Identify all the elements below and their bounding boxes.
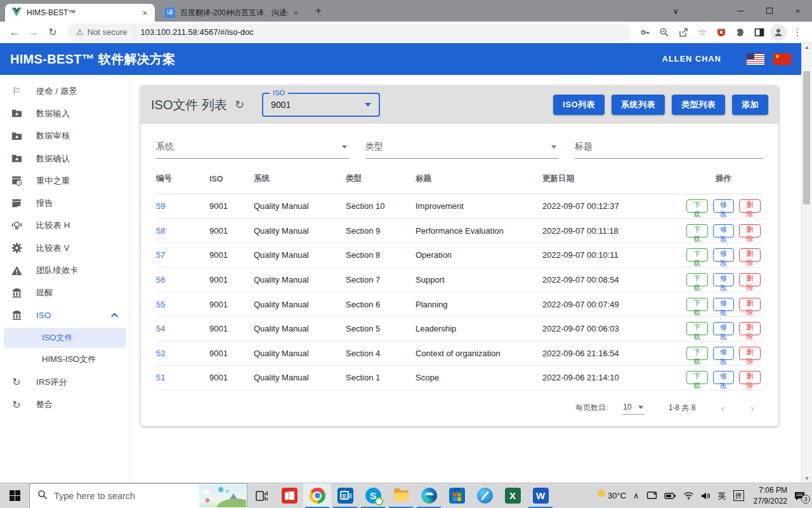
tab-search-icon[interactable]: ∨ <box>663 0 688 22</box>
sidebar-item-iso[interactable]: ISO <box>0 304 129 326</box>
iso-list-button[interactable]: ISO列表 <box>553 95 605 115</box>
close-button[interactable]: × <box>783 0 812 22</box>
url-text[interactable]: 103.100.211.58:4567/#/iso-doc <box>141 27 254 37</box>
security-label[interactable]: Not secure <box>88 27 128 37</box>
iso-select[interactable]: ISO 9001 <box>262 93 380 117</box>
sidebar-item-compare-h[interactable]: 比较表 H <box>0 215 129 237</box>
address-bar[interactable]: ⚠ Not secure 103.100.211.58:4567/#/iso-d… <box>67 23 631 41</box>
taskbar-app-skype[interactable]: S <box>359 483 387 508</box>
delete-button[interactable]: 删除 <box>739 273 761 286</box>
edit-button[interactable]: 修改 <box>713 199 735 213</box>
next-page-icon[interactable]: › <box>750 401 754 415</box>
sidebar-item-team-scorecard[interactable]: 团队绩效卡 <box>0 259 129 281</box>
row-id-link[interactable]: 51 <box>156 373 209 382</box>
tray-clock[interactable]: 7:06 PM 27/9/2022 <box>754 485 787 505</box>
delete-button[interactable]: 删除 <box>739 298 761 311</box>
row-id-link[interactable]: 57 <box>156 250 209 260</box>
sidebar-item-irs-score[interactable]: ↻ IRS评分 <box>0 371 129 393</box>
browser-tab-active[interactable]: HIMS-BEST™ × <box>5 4 155 22</box>
delete-button[interactable]: 删除 <box>739 322 761 335</box>
row-id-link[interactable]: 55 <box>156 300 209 309</box>
new-tab-button[interactable]: + <box>310 2 327 20</box>
us-flag-icon[interactable] <box>747 53 764 65</box>
sidebar-item-reminder[interactable]: 提醒 <box>0 282 129 304</box>
sidebar-item-data-input[interactable]: 数据输入 <box>0 102 129 124</box>
minimize-button[interactable] <box>726 0 755 22</box>
side-panel-icon[interactable] <box>750 23 769 42</box>
row-id-link[interactable]: 56 <box>156 275 209 284</box>
sidebar-item-mission[interactable]: ⚐ 使命 / 愿景 <box>0 80 129 102</box>
add-button[interactable]: 添加 <box>732 95 768 115</box>
scrollbar-thumb[interactable] <box>803 71 810 204</box>
delete-button[interactable]: 删除 <box>739 347 761 360</box>
sidebar-item-integration[interactable]: ↻ 整合 <box>0 394 129 416</box>
taskbar-app-excel[interactable]: X <box>499 483 527 508</box>
tray-expand-icon[interactable]: ∧ <box>633 491 639 500</box>
taskbar-search-box[interactable]: Type here to search <box>29 483 247 508</box>
screen-cast-icon[interactable] <box>646 491 657 500</box>
profile-avatar[interactable] <box>769 23 788 42</box>
extensions-puzzle-icon[interactable] <box>731 23 750 42</box>
download-button[interactable]: 下载 <box>686 248 708 262</box>
download-button[interactable]: 下载 <box>686 298 708 311</box>
forward-icon[interactable]: → <box>24 23 43 42</box>
taskbar-app-word[interactable]: W <box>527 483 554 508</box>
download-button[interactable]: 下载 <box>686 322 708 335</box>
password-key-icon[interactable] <box>636 23 655 42</box>
task-view-button[interactable] <box>247 483 275 508</box>
user-name[interactable]: ALLEN CHAN <box>662 55 721 64</box>
download-button[interactable]: 下载 <box>686 199 708 213</box>
download-button[interactable]: 下载 <box>686 224 708 237</box>
type-list-button[interactable]: 类型列表 <box>672 95 725 115</box>
delete-button[interactable]: 删除 <box>739 371 761 384</box>
sidebar-item-iso-doc[interactable]: ISO文件 <box>4 328 126 348</box>
browser-tab-inactive[interactable]: 译 百度翻译-200种语言互译、沟通全 × <box>159 4 306 22</box>
sidebar-item-report[interactable]: 报告 <box>0 192 129 214</box>
taskbar-app-ebook[interactable] <box>275 483 303 508</box>
sidebar-item-data-confirm[interactable]: 数据确认 <box>0 147 129 170</box>
edit-button[interactable]: 修改 <box>713 224 735 237</box>
row-id-link[interactable]: 59 <box>156 201 209 211</box>
taskbar-app-store[interactable] <box>443 483 471 508</box>
sidebar-item-priority[interactable]: 重中之重 <box>0 170 129 192</box>
back-icon[interactable]: ← <box>5 23 24 42</box>
edit-button[interactable]: 修改 <box>713 322 735 335</box>
sidebar-item-data-review[interactable]: 数据审核 <box>0 125 129 147</box>
wifi-icon[interactable] <box>683 491 694 500</box>
tab-close-icon[interactable]: × <box>292 8 299 18</box>
taskbar-app-compass[interactable] <box>471 483 499 508</box>
prev-page-icon[interactable]: ‹ <box>721 401 724 415</box>
scroll-up-icon[interactable]: ▲ <box>804 44 809 50</box>
delete-button[interactable]: 删除 <box>739 248 761 262</box>
refresh-icon[interactable]: ↻ <box>235 98 244 112</box>
edit-button[interactable]: 修改 <box>713 347 735 360</box>
tab-close-icon[interactable]: × <box>141 8 148 18</box>
title-filter-input[interactable]: 标题 <box>575 141 763 159</box>
taskbar-app-outlook[interactable]: o <box>331 483 359 508</box>
system-filter-select[interactable]: 系统 <box>156 141 350 159</box>
search-doodle-image[interactable] <box>199 485 246 507</box>
edit-button[interactable]: 修改 <box>713 248 735 262</box>
ime-language-indicator[interactable]: 英 <box>718 490 726 502</box>
edit-button[interactable]: 修改 <box>713 371 735 384</box>
scroll-down-icon[interactable]: ▼ <box>804 476 809 481</box>
row-id-link[interactable]: 54 <box>156 324 209 333</box>
bookmark-star-icon[interactable]: ☆ <box>693 23 712 42</box>
per-page-select[interactable]: 10 <box>622 401 644 415</box>
taskbar-app-explorer[interactable] <box>387 483 415 508</box>
type-filter-select[interactable]: 类型 <box>365 141 559 159</box>
ime-mode-indicator[interactable]: 拼 <box>733 490 744 501</box>
row-id-link[interactable]: 52 <box>156 349 209 358</box>
cn-flag-icon[interactable]: ★ <box>773 53 791 65</box>
reload-icon[interactable]: ↻ <box>43 23 62 42</box>
download-button[interactable]: 下载 <box>686 371 708 384</box>
taskbar-app-edge[interactable] <box>415 483 443 508</box>
sidebar-item-compare-v[interactable]: 比较表 V <box>0 237 129 259</box>
download-button[interactable]: 下载 <box>686 347 708 360</box>
share-icon[interactable] <box>674 23 693 42</box>
sidebar-item-hims-iso-doc[interactable]: HIMS-ISO文件 <box>4 349 126 370</box>
system-list-button[interactable]: 系统列表 <box>612 95 665 115</box>
notification-center-button[interactable]: 3 <box>794 491 806 501</box>
page-scrollbar[interactable]: ▲ ▼ <box>801 43 812 483</box>
volume-icon[interactable] <box>701 491 711 500</box>
